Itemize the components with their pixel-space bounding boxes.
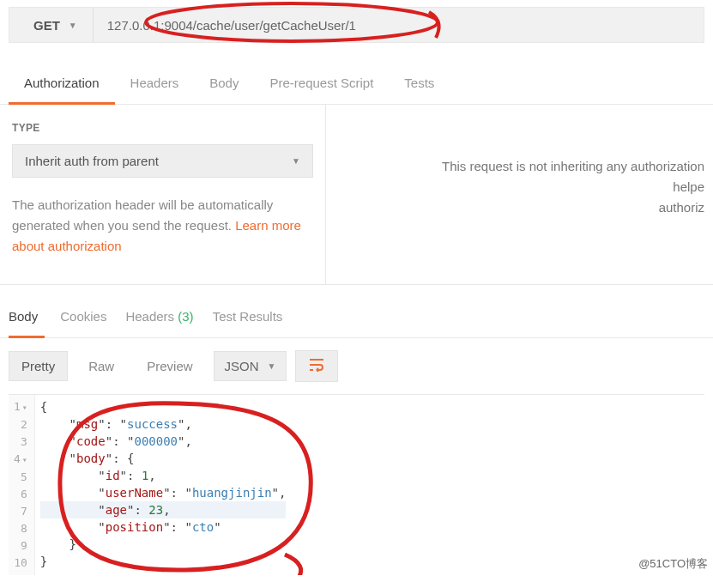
auth-type-value: Inherit auth from parent xyxy=(25,154,159,168)
code-content[interactable]: { "msg": "success", "code": "000000", "b… xyxy=(35,395,292,575)
auth-left-panel: TYPE Inherit auth from parent ▼ The auth… xyxy=(0,105,326,284)
tab-body[interactable]: Body xyxy=(194,67,254,104)
auth-description: The authorization header will be automat… xyxy=(12,195,313,257)
view-pretty[interactable]: Pretty xyxy=(9,351,68,381)
auth-type-label: TYPE xyxy=(12,122,313,134)
tab-authorization[interactable]: Authorization xyxy=(9,67,115,105)
response-body: 1▾ 2 3 4▾ 5 6 7 8 9 10 { "msg": "success… xyxy=(9,394,704,575)
resp-tab-headers[interactable]: Headers (3) xyxy=(125,302,212,336)
resp-tab-cookies[interactable]: Cookies xyxy=(60,302,125,336)
view-preview[interactable]: Preview xyxy=(135,352,204,380)
view-bar: Pretty Raw Preview JSON ▼ xyxy=(0,338,713,394)
watermark: @51CTO博客 xyxy=(638,556,708,572)
tab-headers[interactable]: Headers xyxy=(115,67,195,104)
method-select[interactable]: GET ▼ xyxy=(9,8,94,42)
request-bar: GET ▼ xyxy=(9,7,704,43)
format-select[interactable]: JSON ▼ xyxy=(214,351,287,381)
wrap-icon[interactable] xyxy=(295,350,338,382)
headers-count: (3) xyxy=(178,309,193,324)
auth-type-select[interactable]: Inherit auth from parent ▼ xyxy=(12,144,313,178)
view-raw[interactable]: Raw xyxy=(76,352,126,380)
caret-down-icon: ▼ xyxy=(268,361,276,371)
caret-down-icon: ▼ xyxy=(292,156,300,166)
tab-tests[interactable]: Tests xyxy=(389,67,450,104)
auth-section: TYPE Inherit auth from parent ▼ The auth… xyxy=(0,105,713,285)
resp-tab-testresults[interactable]: Test Results xyxy=(213,302,302,336)
tab-prerequest[interactable]: Pre-request Script xyxy=(254,67,389,104)
response-tabs: Body Cookies Headers (3) Test Results xyxy=(0,285,713,338)
resp-tab-body[interactable]: Body xyxy=(9,302,45,338)
request-tabs: Authorization Headers Body Pre-request S… xyxy=(0,67,713,105)
method-label: GET xyxy=(33,18,60,33)
url-input[interactable] xyxy=(94,8,704,42)
caret-down-icon: ▼ xyxy=(69,21,77,30)
line-gutter: 1▾ 2 3 4▾ 5 6 7 8 9 10 xyxy=(9,395,35,575)
auth-right-panel: This request is not inheriting any autho… xyxy=(326,105,713,284)
